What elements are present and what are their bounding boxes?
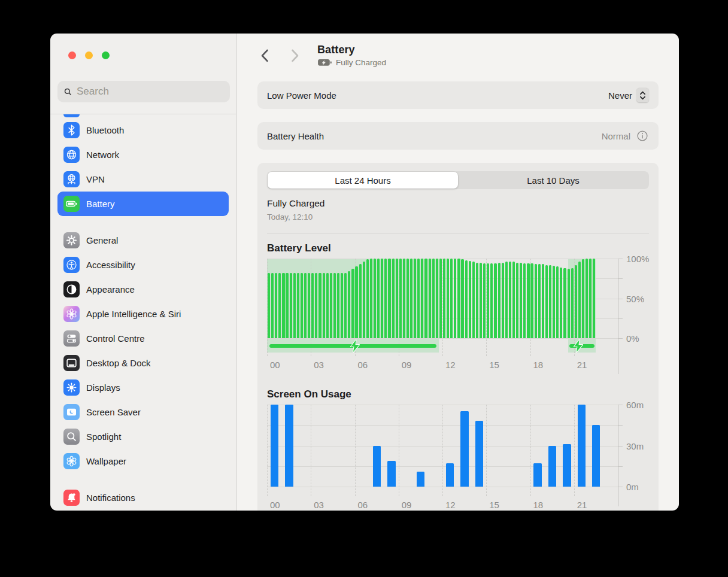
sidebar-item-displays[interactable]: Displays [57,375,229,400]
battery-level-bar [271,273,274,338]
battery-level-bar [560,268,562,338]
screen-usage-bar [446,463,454,487]
network-globe-icon [63,147,80,163]
y-axis-label: 100% [626,254,649,264]
grid-line-v [399,405,399,496]
sidebar-item-wallpaper[interactable]: Wallpaper [57,449,229,473]
x-axis-label: 12 [445,500,456,510]
sidebar-item-vpn[interactable]: VPN [57,167,229,192]
sidebar-item-apple-intelligence-siri[interactable]: Apple Intelligence & Siri [57,302,229,326]
forward-button[interactable] [287,48,303,63]
sidebar-item-desktop-dock[interactable]: Desktop & Dock [57,351,229,375]
close-window-button[interactable] [68,51,76,59]
zoom-window-button[interactable] [102,51,110,59]
battery-level-bar [311,273,314,338]
battery-level-bar [439,259,442,338]
x-axis-label: 12 [445,360,456,370]
y-axis-label: 0% [626,333,639,344]
sidebar-item-control-centre[interactable]: Control Centre [57,326,229,351]
grid-line-v [486,405,487,496]
search-input[interactable] [77,86,224,98]
desktop-background: BluetoothNetworkVPNBatteryGeneralAccessi… [0,0,728,577]
axis-tick [618,259,623,259]
battery-level-bar [344,273,347,338]
battery-level-bar [505,262,508,338]
battery-level-bar [454,259,456,338]
battery-level-bar [432,259,435,338]
battery-level-bar [424,259,427,338]
charging-bolt-icon [574,339,584,355]
grid-line-v [267,405,268,496]
bell-icon [63,490,80,506]
axis-tick [618,278,623,279]
sidebar-item-appearance[interactable]: Appearance [57,277,229,302]
sun-icon [63,379,80,396]
battery-level-bar [348,271,350,338]
sidebar-item-battery[interactable]: Battery [57,192,229,216]
sidebar-item-network[interactable]: Network [57,142,229,167]
sidebar-item-screen-saver[interactable]: Screen Saver [57,400,229,424]
vpn-globe-icon [63,171,80,187]
siri-flower-icon [63,306,80,322]
sidebar-item-spotlight[interactable]: Spotlight [57,424,229,449]
sidebar-group-gap [50,473,236,485]
screensaver-icon [63,404,80,420]
desktop-dock-icon [63,355,80,371]
separator [267,233,649,234]
sidebar-item-accessibility[interactable]: Accessibility [57,253,229,277]
battery-level-bar [494,263,496,338]
low-power-mode-value: Never [608,90,632,101]
battery-level-bar [509,262,511,338]
low-power-mode-dropdown[interactable] [636,88,649,102]
battery-level-bar [290,273,292,338]
sidebar-group-gap [50,216,236,228]
sidebar-item-notifications[interactable]: Notifications [57,485,229,510]
back-button[interactable] [256,48,272,63]
screen-on-usage-chart-title: Screen On Usage [267,388,351,400]
battery-level-bar [282,273,284,338]
sidebar-item-label: Accessibility [86,260,135,270]
x-axis-label: 18 [533,500,544,510]
y-axis-label: 30m [626,441,644,451]
tab-last-24-hours[interactable]: Last 24 Hours [268,172,458,189]
battery-level-bar [330,273,332,338]
sidebar-item-bluetooth[interactable]: Bluetooth [57,118,229,142]
battery-health-info-button[interactable] [636,129,649,142]
battery-level-bar [374,259,376,338]
magnifier-icon [63,429,80,445]
minimize-window-button[interactable] [85,51,93,59]
x-axis-label: 00 [270,500,280,510]
sidebar-item-general[interactable]: General [57,228,229,253]
battery-level-bar [469,261,471,338]
y-axis-label: 0m [626,482,639,492]
sidebar-search-field[interactable] [57,81,230,102]
grid-line-v [530,405,531,496]
battery-level-bar [490,263,493,338]
battery-level-bar [399,259,402,338]
page-title: Battery [317,44,386,56]
battery-level-bar [377,259,380,338]
battery-level-bar [304,273,307,338]
axis-tick [618,405,623,405]
battery-level-bar [498,263,500,338]
x-axis-label: 21 [577,500,587,510]
battery-level-bar [421,259,423,338]
sidebar-item-label: Screen Saver [86,407,141,417]
window-controls [68,51,110,59]
x-axis-label: 09 [402,360,412,370]
sidebar-item-label: Control Centre [86,333,145,344]
battery-health-value: Normal [602,131,630,141]
battery-level-chart-title: Battery Level [267,242,331,254]
battery-level-bar [461,259,463,338]
battery-level-bar [472,262,475,338]
battery-level-bar [268,273,270,338]
battery-level-bar [351,269,354,338]
x-axis-label: 15 [489,500,499,510]
battery-level-bar [465,260,468,338]
charging-battery-icon [317,59,332,66]
battery-usage-card: Last 24 HoursLast 10 Days Fully Charged … [257,163,659,511]
battery-level-bar [417,259,420,338]
tab-last-10-days[interactable]: Last 10 Days [458,172,648,189]
x-axis-label: 21 [577,360,587,370]
x-axis-label: 09 [402,500,412,510]
